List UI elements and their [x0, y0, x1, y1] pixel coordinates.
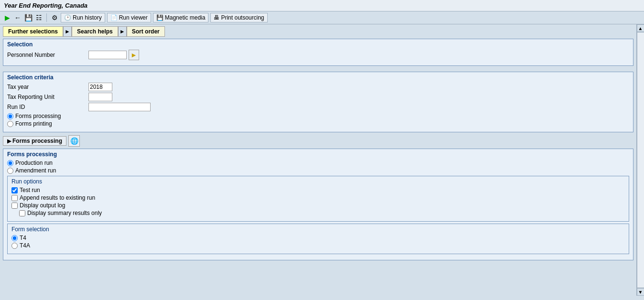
append-results-checkbox[interactable] [11, 195, 18, 201]
forms-processing-section: Forms processing Production run Amendmen… [3, 149, 633, 260]
production-run-row: Production run [7, 160, 629, 166]
toolbar: ▶ ← 💾 ☷ ⚙ 🕑 Run history 📄 Run viewer 💾 M… [0, 11, 644, 24]
display-summary-label: Display summary results only [27, 210, 102, 216]
forms-processing-radio-row: Forms processing [7, 113, 629, 119]
action-bar: ▶ Forms processing 🌐 [3, 135, 633, 147]
t4-row: T4 [11, 235, 625, 241]
run-history-button[interactable]: 🕑 Run history [61, 13, 105, 22]
test-run-row: Test run [11, 187, 625, 193]
run-options-title: Run options [11, 178, 625, 185]
magnetic-media-button[interactable]: 💾 Magnetic media [153, 13, 209, 22]
tab-further-selections[interactable]: Further selections [3, 26, 63, 37]
globe-button[interactable]: 🌐 [68, 135, 80, 147]
run-viewer-icon: 📄 [110, 14, 118, 21]
display-summary-row: Display summary results only [11, 210, 625, 216]
display-output-log-label: Display output log [20, 202, 65, 209]
run-history-icon: 🕑 [64, 14, 71, 21]
forms-printing-radio[interactable] [7, 121, 13, 127]
globe-icon: 🌐 [70, 137, 78, 145]
form-selection-title: Form selection [11, 226, 625, 233]
tab-sort-order[interactable]: Sort order [127, 26, 165, 37]
test-run-label: Test run [20, 187, 40, 193]
scrollbar-track[interactable] [637, 32, 644, 288]
tax-reporting-unit-label: Tax Reporting Unit [7, 94, 88, 100]
amendment-run-radio[interactable] [7, 168, 13, 174]
content-area: Further selections ► Search helps ► Sort… [0, 24, 636, 296]
tab-arrow-1[interactable]: ► [63, 26, 72, 37]
scroll-down-button[interactable]: ▼ [637, 288, 644, 296]
print-outsourcing-button[interactable]: 🖶 Print outsourcing [210, 13, 267, 22]
selection-section: Selection Personnel Number ► [3, 39, 633, 66]
run-options-section: Run options Test run Append results to e… [7, 176, 629, 222]
amendment-run-label: Amendment run [15, 167, 56, 174]
title-bar: Year End Reporting, Canada [0, 0, 644, 11]
tax-reporting-unit-row: Tax Reporting Unit [7, 93, 629, 101]
forms-processing-radio-label: Forms processing [15, 113, 61, 119]
action-icon: ▶ [7, 138, 11, 144]
back-icon[interactable]: ← [13, 13, 22, 22]
tax-year-row: Tax year [7, 83, 629, 91]
selection-criteria-title: Selection criteria [7, 74, 629, 81]
save-icon[interactable]: 💾 [24, 13, 33, 22]
grid-icon[interactable]: ☷ [34, 13, 43, 22]
execute-icon[interactable]: ▶ [3, 13, 11, 22]
selection-section-title: Selection [7, 41, 629, 48]
forms-processing-button[interactable]: ▶ Forms processing [3, 136, 66, 146]
magnetic-media-icon: 💾 [156, 14, 164, 21]
tab-arrow-2[interactable]: ► [118, 26, 127, 37]
tab-search-helps[interactable]: Search helps [72, 26, 118, 37]
run-viewer-button[interactable]: 📄 Run viewer [107, 13, 151, 22]
personnel-number-arrow-button[interactable]: ► [129, 50, 139, 60]
tax-year-label: Tax year [7, 84, 88, 90]
t4a-label: T4A [20, 242, 30, 249]
personnel-number-input[interactable] [88, 51, 127, 59]
append-results-label: Append results to existing run [20, 194, 95, 201]
append-results-row: Append results to existing run [11, 194, 625, 201]
forms-printing-radio-label: Forms printing [15, 120, 52, 127]
display-summary-checkbox[interactable] [19, 210, 25, 216]
production-run-radio[interactable] [7, 160, 13, 166]
tax-year-input[interactable] [88, 83, 112, 91]
t4-label: T4 [20, 235, 26, 241]
display-output-log-row: Display output log [11, 202, 625, 209]
page-title: Year End Reporting, Canada [4, 2, 87, 9]
t4a-radio[interactable] [11, 243, 18, 249]
amendment-run-row: Amendment run [7, 167, 629, 174]
run-id-input[interactable] [88, 103, 151, 111]
run-id-row: Run ID [7, 103, 629, 111]
run-id-label: Run ID [7, 104, 88, 110]
test-run-checkbox[interactable] [11, 187, 18, 193]
tax-reporting-unit-input[interactable] [88, 93, 112, 101]
tab-row: Further selections ► Search helps ► Sort… [3, 26, 633, 37]
forms-processing-radio[interactable] [7, 113, 13, 119]
form-selection-section: Form selection T4 T4A [7, 224, 629, 254]
personnel-number-label: Personnel Number [7, 52, 88, 58]
t4a-row: T4A [11, 242, 625, 249]
print-outsourcing-icon: 🖶 [214, 14, 219, 21]
forms-printing-radio-row: Forms printing [7, 120, 629, 127]
t4-radio[interactable] [11, 235, 18, 241]
display-output-log-checkbox[interactable] [11, 203, 18, 209]
scroll-up-button[interactable]: ▲ [637, 24, 644, 32]
production-run-label: Production run [15, 160, 53, 166]
forms-processing-section-title: Forms processing [7, 151, 629, 158]
selection-criteria-section: Selection criteria Tax year Tax Reportin… [3, 72, 633, 132]
scrollbar: ▲ ▼ [636, 24, 644, 296]
settings-icon[interactable]: ⚙ [50, 13, 59, 22]
personnel-number-row: Personnel Number ► [7, 50, 629, 60]
